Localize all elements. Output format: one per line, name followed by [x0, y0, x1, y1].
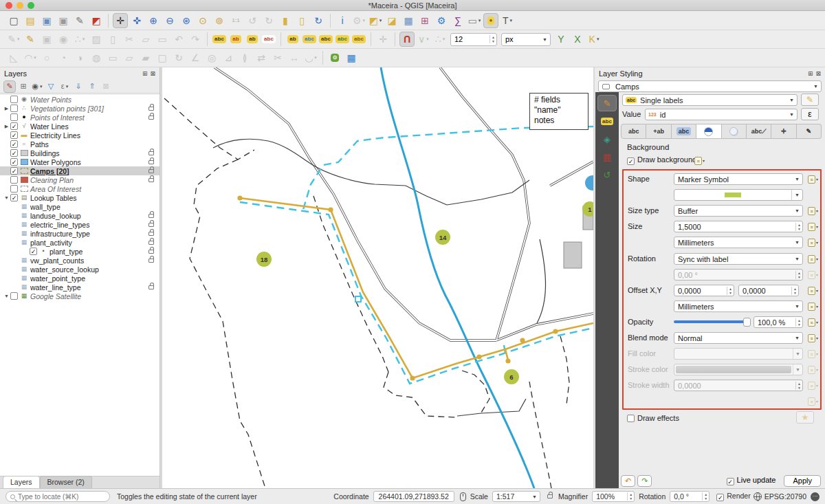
map-tips-button[interactable]: ●: [483, 13, 498, 28]
diagrams-icon[interactable]: ▥: [597, 149, 617, 165]
layer-item-water-line-type[interactable]: ▦water_line_type: [0, 283, 160, 292]
layer-item-clearing-plan[interactable]: Clearing Plan: [0, 175, 160, 184]
identify-features-button[interactable]: i: [335, 13, 350, 28]
add-feature-button[interactable]: ◉: [56, 32, 71, 47]
zoom-last-button[interactable]: ↺: [245, 13, 260, 28]
layer-visibility-checkbox[interactable]: ✓: [10, 149, 18, 157]
save-project-as-button[interactable]: ▣: [56, 13, 71, 28]
tab-text[interactable]: abc: [621, 124, 646, 139]
opacity-spinner[interactable]: 100,0 %▲▼: [754, 316, 803, 328]
save-edits-button[interactable]: ▣: [39, 32, 54, 47]
close-styling-panel-icon[interactable]: ⊠: [815, 70, 821, 77]
expression-builder-button[interactable]: ε: [801, 108, 819, 120]
map-styler-button[interactable]: ▦: [344, 50, 359, 65]
offset-units-select[interactable]: Millimeters▼: [674, 300, 803, 312]
field-calculator-button[interactable]: ⊞: [417, 13, 432, 28]
marker-symbol-button[interactable]: ▼: [674, 189, 803, 201]
label-rules-button[interactable]: ab: [228, 32, 243, 47]
rotate-point-symbols-button[interactable]: ◡▾: [303, 50, 318, 65]
zoom-in-button[interactable]: ⊕: [146, 13, 161, 28]
advanced-digitizing-button[interactable]: ✛: [375, 32, 390, 47]
layer-item-electricity-lines[interactable]: ✓▬Electricity Lines: [0, 131, 160, 140]
render-checkbox[interactable]: ✓Render: [716, 492, 750, 501]
toggle-editing-button[interactable]: ✎: [23, 32, 38, 47]
open-layer-styling-panel-button[interactable]: ✎: [3, 80, 16, 93]
layer-item-plant-type[interactable]: ✓•plant_type: [0, 247, 160, 256]
offset-curve-button[interactable]: ≬: [237, 50, 252, 65]
filter-by-expression-button[interactable]: ε▾: [58, 80, 71, 93]
snapping-button[interactable]: U: [399, 32, 415, 47]
undo-button[interactable]: ↶: [171, 32, 186, 47]
topological-editing-button[interactable]: ∨▾: [416, 32, 431, 47]
auto-apply-icon[interactable]: ✎: [801, 94, 819, 106]
layer-selector[interactable]: Camps▼: [598, 80, 822, 92]
tab-layers[interactable]: Layers: [3, 476, 40, 488]
new-bookmark-button[interactable]: ▮: [278, 13, 293, 28]
processing-toolbox-button[interactable]: ⚙: [434, 13, 449, 28]
layer-item-area-of-interest[interactable]: Area Of Interest: [0, 184, 160, 193]
style-manager-button[interactable]: ◩: [89, 13, 104, 28]
highlight-pinned-labels-button[interactable]: ab: [285, 32, 300, 47]
offset-x-spinner[interactable]: 0,0000▲▼: [674, 285, 734, 296]
change-label-button[interactable]: abc: [351, 32, 366, 47]
rectangle-extent-button[interactable]: ▭: [105, 50, 120, 65]
override-size-type-icon[interactable]: ≡▾: [808, 206, 822, 216]
shape-select[interactable]: Marker Symbol▼: [674, 173, 803, 185]
layer-item-google-satellite[interactable]: ▼▦Google Satellite: [0, 292, 160, 300]
paste-features-button[interactable]: ▭: [155, 32, 170, 47]
zoom-native-button[interactable]: 1:1: [228, 13, 243, 28]
mouse-extents-icon[interactable]: [460, 492, 466, 501]
override-rotation-icon[interactable]: ≡▾: [808, 254, 822, 264]
show-hide-labels-button[interactable]: abc: [302, 32, 317, 47]
layer-labeling-options-button[interactable]: abc: [212, 32, 227, 47]
tab-shadow[interactable]: [722, 124, 747, 139]
layer-item-electric-line-types[interactable]: ▦electric_line_types: [0, 220, 160, 229]
layer-item-water-lines[interactable]: ▶✓√Water Lines: [0, 122, 160, 131]
manage-map-themes-button[interactable]: ◉▾: [31, 80, 43, 93]
layer-item-lookup-tables[interactable]: ▼✓▤Lookup Tables: [0, 193, 160, 202]
draw-background-checkbox[interactable]: ✓Draw background: [627, 155, 696, 165]
magnifier-spinner[interactable]: 100%▲▼: [592, 491, 635, 502]
add-group-button[interactable]: ⊞: [17, 80, 30, 93]
vertex-tool-button[interactable]: ∴▾: [72, 32, 87, 47]
circle-3points-button[interactable]: ◔: [56, 50, 71, 65]
tab-browser[interactable]: Browser (2): [40, 476, 92, 488]
override-offset-icon[interactable]: ≡▾: [808, 285, 822, 296]
merge-features-button[interactable]: ↔: [287, 50, 302, 65]
refresh-map-button[interactable]: ↻: [311, 13, 326, 28]
measure-button[interactable]: ▭▾: [467, 13, 482, 28]
reshape-features-button[interactable]: ⇄: [254, 50, 269, 65]
rotation-spinner[interactable]: 0,0 °▲▼: [670, 491, 710, 502]
tracing-branch-button[interactable]: Y: [553, 32, 569, 47]
mask-3d-icon[interactable]: ◈: [597, 131, 617, 147]
layer-item-plant-activity[interactable]: ▦plant_activity: [0, 238, 160, 247]
layer-visibility-checkbox[interactable]: ✓: [10, 140, 18, 148]
layer-visibility-checkbox[interactable]: ✓: [10, 131, 18, 139]
offset-y-spinner[interactable]: 0,0000▲▼: [738, 285, 799, 296]
fill-ring-button[interactable]: ⊿: [221, 50, 236, 65]
layer-visibility-checkbox[interactable]: [10, 96, 18, 103]
redo-button[interactable]: ↷: [188, 32, 203, 47]
tab-callouts[interactable]: abc⟋: [747, 124, 771, 139]
layer-item-points-of-interest[interactable]: ●Points of Interest: [0, 113, 160, 122]
project-properties-button[interactable]: ✎: [72, 13, 87, 28]
osm-search-button[interactable]: ⊙: [327, 50, 342, 65]
undo-style-button[interactable]: ↶: [621, 475, 635, 487]
size-type-select[interactable]: Buffer▼: [674, 205, 803, 217]
tracing-offset-button[interactable]: K▾: [586, 32, 602, 47]
pan-to-selection-button[interactable]: ✜: [129, 13, 144, 28]
layer-item-water-polygons[interactable]: ✓Water Polygons: [0, 157, 160, 166]
zoom-to-layer-button[interactable]: ⊚: [212, 13, 227, 28]
add-ring-button[interactable]: ◎: [204, 50, 219, 65]
pan-map-button[interactable]: ✛: [113, 13, 128, 28]
zoom-to-selection-button[interactable]: ⊙: [195, 13, 210, 28]
locator-search[interactable]: [6, 491, 110, 502]
split-features-button[interactable]: ✂: [270, 50, 285, 65]
draw-effects-checkbox[interactable]: Draw effects: [627, 414, 679, 422]
zoom-full-button[interactable]: ⊛: [179, 13, 194, 28]
enable-tracing-button[interactable]: X: [570, 32, 585, 47]
open-attribute-table-button[interactable]: ▦: [401, 13, 416, 28]
filter-legend-button[interactable]: ▽: [45, 80, 57, 93]
layer-visibility-checkbox[interactable]: [10, 176, 18, 184]
cut-features-button[interactable]: ✂: [122, 32, 137, 47]
